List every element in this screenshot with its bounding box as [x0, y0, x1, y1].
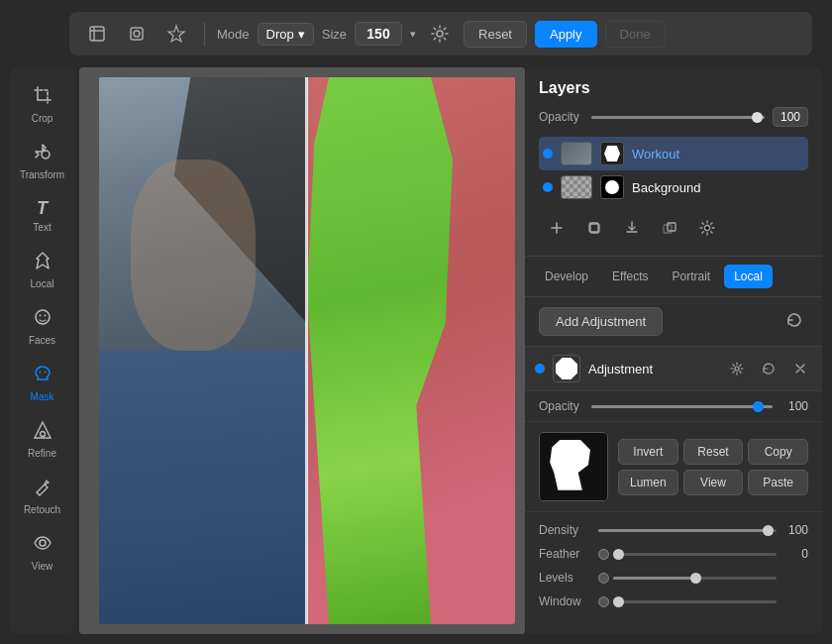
local-icon: [33, 251, 52, 275]
view-button[interactable]: View: [683, 470, 744, 495]
tool2-button[interactable]: [121, 18, 153, 50]
layers-title: Layers: [539, 79, 808, 97]
tabs-row: Develop Effects Portrait Local: [525, 257, 822, 297]
adjustment-header: Adjustment: [525, 347, 822, 391]
mode-dropdown[interactable]: Drop ▾: [258, 23, 314, 46]
mask-buttons-grid: Invert Reset Copy Lumen View Paste: [618, 439, 808, 495]
gear-button[interactable]: [424, 18, 456, 50]
sidebar-item-mask[interactable]: Mask: [16, 358, 69, 408]
feather-value: 0: [784, 547, 808, 561]
layer-row-workout[interactable]: Workout: [539, 137, 808, 170]
layer-mask-background: [600, 175, 624, 199]
layer-row-background[interactable]: Background: [539, 170, 808, 204]
svg-point-2: [134, 31, 140, 37]
reset-adjustment-icon-button[interactable]: [780, 308, 808, 336]
sidebar-label-crop: Crop: [32, 113, 53, 124]
levels-row: Levels: [539, 566, 808, 590]
canvas-split-divider: [305, 77, 308, 624]
retouch-icon: [33, 477, 52, 501]
sidebar-item-view[interactable]: View: [16, 527, 69, 578]
duplicate-layer-button[interactable]: [580, 214, 608, 242]
apply-button[interactable]: Apply: [535, 21, 597, 48]
invert-button[interactable]: Invert: [618, 439, 678, 465]
layer-visibility-background[interactable]: [543, 182, 553, 192]
reset-button[interactable]: Reset: [464, 21, 527, 48]
layers-section: Layers Opacity 100 Workout: [525, 67, 822, 257]
done-button: Done: [605, 21, 666, 48]
size-value[interactable]: 150: [355, 22, 402, 46]
svg-point-10: [40, 432, 45, 437]
adjustment-thumb: [553, 355, 580, 382]
blend-layer-button[interactable]: [656, 214, 683, 242]
density-row: Density 100: [539, 518, 808, 542]
lumen-button[interactable]: Lumen: [618, 470, 678, 495]
layer-visibility-workout[interactable]: [543, 149, 553, 159]
sidebar-label-view: View: [32, 561, 53, 572]
adjustment-visibility[interactable]: [535, 364, 545, 374]
sidebar-item-local[interactable]: Local: [16, 245, 69, 295]
adjustment-close-button[interactable]: [788, 357, 812, 380]
adj-opacity-value: 100: [780, 399, 808, 413]
add-adjustment-button[interactable]: Add Adjustment: [539, 307, 663, 336]
canvas-image-left: [99, 77, 307, 624]
faces-icon: [33, 307, 52, 332]
export-layer-button[interactable]: [618, 214, 646, 242]
canvas-image-right: [307, 77, 515, 624]
svg-rect-1: [131, 28, 143, 40]
density-slider[interactable]: [598, 529, 777, 532]
crop-icon: [33, 85, 52, 110]
sidebar-item-refine[interactable]: Refine: [16, 414, 69, 465]
density-value: 100: [784, 523, 808, 537]
layer-name-workout: Workout: [632, 147, 679, 161]
settings-layer-button[interactable]: [693, 214, 721, 242]
svg-point-8: [39, 372, 41, 374]
left-sidebar: Crop Transform T Text Local: [10, 67, 74, 634]
adjustment-gear-button[interactable]: [725, 357, 749, 380]
tab-local[interactable]: Local: [724, 265, 773, 288]
tab-portrait[interactable]: Portrait: [663, 265, 721, 288]
tab-develop[interactable]: Develop: [535, 265, 598, 288]
adj-opacity-label: Opacity: [539, 399, 583, 413]
window-slider[interactable]: [613, 600, 777, 603]
sidebar-item-faces[interactable]: Faces: [16, 301, 69, 352]
feather-label: Feather: [539, 547, 590, 561]
svg-point-4: [42, 151, 50, 159]
adj-opacity-slider[interactable]: [591, 405, 773, 408]
feather-slider[interactable]: [613, 553, 777, 556]
mode-label: Mode: [217, 27, 250, 42]
opacity-label: Opacity: [539, 110, 583, 124]
svg-point-17: [735, 367, 739, 371]
top-toolbar: Mode Drop ▾ Size 150 ▾ Reset Apply Done: [69, 12, 812, 55]
copy-button[interactable]: Copy: [748, 439, 808, 465]
opacity-value[interactable]: 100: [773, 107, 808, 127]
levels-slider[interactable]: [613, 577, 777, 580]
sidebar-item-retouch[interactable]: Retouch: [16, 471, 69, 521]
tool1-button[interactable]: [81, 18, 113, 50]
right-panel: Layers Opacity 100 Workout: [525, 67, 822, 634]
paste-button[interactable]: Paste: [748, 470, 808, 495]
window-row: Window: [539, 590, 808, 613]
adjustment-reset-button[interactable]: [757, 357, 780, 380]
opacity-slider[interactable]: [591, 116, 765, 119]
add-layer-button[interactable]: [543, 214, 571, 242]
sidebar-label-mask: Mask: [31, 391, 54, 402]
tool3-button[interactable]: [160, 18, 192, 50]
sidebar-item-crop[interactable]: Crop: [16, 79, 69, 130]
svg-point-5: [36, 310, 50, 324]
tab-effects[interactable]: Effects: [602, 265, 658, 288]
svg-point-6: [39, 315, 41, 317]
sidebar-label-retouch: Retouch: [24, 504, 60, 515]
sidebar-item-transform[interactable]: Transform: [16, 136, 69, 186]
sidebar-label-transform: Transform: [20, 169, 64, 180]
sidebar-item-text[interactable]: T Text: [16, 192, 69, 239]
mask-reset-button[interactable]: Reset: [683, 439, 744, 465]
svg-point-3: [437, 31, 443, 37]
levels-label: Levels: [539, 571, 590, 585]
mask-preview-thumbnail: [539, 432, 608, 501]
sliders-section: Density 100 Feather 0: [525, 512, 822, 623]
svg-point-11: [40, 540, 46, 546]
svg-point-9: [44, 372, 46, 374]
svg-point-16: [705, 226, 710, 231]
sidebar-label-faces: Faces: [29, 335, 55, 346]
svg-rect-0: [90, 27, 104, 41]
